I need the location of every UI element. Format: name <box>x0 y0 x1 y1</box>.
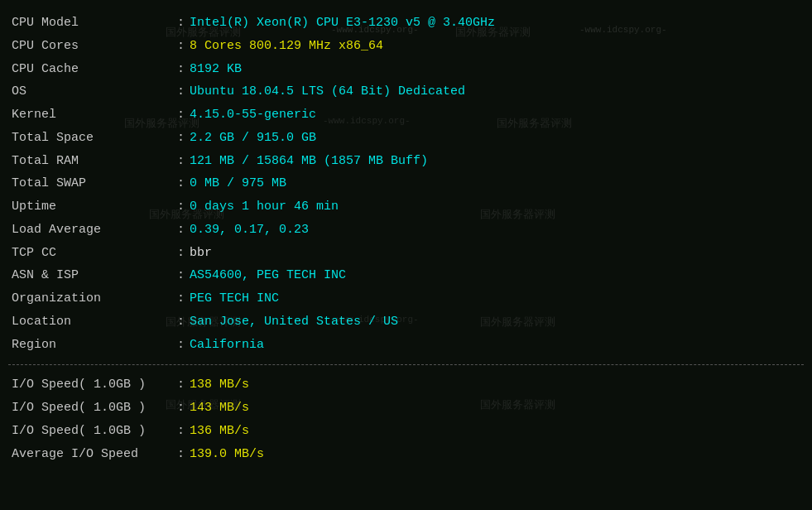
table-row: Total Space : 2.2 GB / 915.0 GB <box>12 127 800 150</box>
system-info-section: CPU Model : Intel(R) Xeon(R) CPU E3-1230… <box>8 7 804 359</box>
row-value: San Jose, United States / US <box>190 310 398 334</box>
row-colon: : <box>177 12 185 35</box>
row-colon: : <box>177 35 185 58</box>
row-value: 0 MB / 975 MB <box>190 172 286 195</box>
table-row: I/O Speed( 1.0GB ) : 136 MB/s <box>12 420 800 443</box>
row-colon: : <box>177 287 185 310</box>
row-value: 4.15.0-55-generic <box>190 103 316 127</box>
row-colon: : <box>177 195 185 219</box>
table-row: TCP CC : bbr <box>12 242 800 265</box>
table-row: Kernel : 4.15.0-55-generic <box>12 103 800 127</box>
row-value: 8192 KB <box>190 58 242 81</box>
row-label: Total Space <box>12 127 177 150</box>
table-row: Total SWAP : 0 MB / 975 MB <box>12 172 800 195</box>
table-row: Location : San Jose, United States / US <box>12 310 800 334</box>
row-colon: : <box>177 219 185 242</box>
row-label: Location <box>12 310 177 334</box>
row-label: Total RAM <box>12 150 177 173</box>
section-divider <box>8 364 804 365</box>
table-row: CPU Model : Intel(R) Xeon(R) CPU E3-1230… <box>12 12 800 35</box>
row-value: bbr <box>190 242 212 265</box>
row-colon: : <box>177 373 185 397</box>
row-colon: : <box>177 264 185 287</box>
table-row: I/O Speed( 1.0GB ) : 138 MB/s <box>12 373 800 397</box>
row-value: 121 MB / 15864 MB (1857 MB Buff) <box>190 150 428 173</box>
row-value: AS54600, PEG TECH INC <box>190 264 346 287</box>
table-row: I/O Speed( 1.0GB ) : 143 MB/s <box>12 397 800 420</box>
row-value: 0.39, 0.17, 0.23 <box>190 219 309 242</box>
row-colon: : <box>177 172 185 195</box>
row-value: 138 MB/s <box>190 373 249 397</box>
table-row: CPU Cores : 8 Cores 800.129 MHz x86_64 <box>12 35 800 58</box>
row-value: Intel(R) Xeon(R) CPU E3-1230 v5 @ 3.40GH… <box>190 12 495 35</box>
row-label: CPU Model <box>12 12 177 35</box>
row-label: Uptime <box>12 195 177 219</box>
row-label: I/O Speed( 1.0GB ) <box>12 420 177 443</box>
row-label: Organization <box>12 287 177 310</box>
row-colon: : <box>177 127 185 150</box>
row-label: Average I/O Speed <box>12 443 177 466</box>
row-value: California <box>190 334 264 357</box>
table-row: Average I/O Speed : 139.0 MB/s <box>12 443 800 466</box>
row-colon: : <box>177 80 185 103</box>
row-value: 8 Cores 800.129 MHz x86_64 <box>190 35 383 58</box>
table-row: ASN & ISP : AS54600, PEG TECH INC <box>12 264 800 287</box>
row-value: 2.2 GB / 915.0 GB <box>190 127 316 150</box>
row-label: ASN & ISP <box>12 264 177 287</box>
row-label: Region <box>12 334 177 357</box>
terminal-window: 国外服务器评测 国外服务器评测 -www.idcspy.org- -www.id… <box>0 0 812 475</box>
row-colon: : <box>177 242 185 265</box>
row-value: 0 days 1 hour 46 min <box>190 195 339 219</box>
table-row: CPU Cache : 8192 KB <box>12 58 800 81</box>
table-row: Region : California <box>12 334 800 357</box>
row-label: OS <box>12 80 177 103</box>
row-colon: : <box>177 150 185 173</box>
table-row: OS : Ubuntu 18.04.5 LTS (64 Bit) Dedicat… <box>12 80 800 103</box>
table-row: Organization : PEG TECH INC <box>12 287 800 310</box>
row-label: TCP CC <box>12 242 177 265</box>
row-label: I/O Speed( 1.0GB ) <box>12 397 177 420</box>
row-colon: : <box>177 397 185 420</box>
row-label: Total SWAP <box>12 172 177 195</box>
row-label: I/O Speed( 1.0GB ) <box>12 373 177 397</box>
io-speed-section: I/O Speed( 1.0GB ) : 138 MB/sI/O Speed( … <box>8 370 804 469</box>
table-row: Load Average : 0.39, 0.17, 0.23 <box>12 219 800 242</box>
row-colon: : <box>177 334 185 357</box>
table-row: Total RAM : 121 MB / 15864 MB (1857 MB B… <box>12 150 800 173</box>
row-label: Kernel <box>12 103 177 127</box>
row-colon: : <box>177 443 185 466</box>
row-label: Load Average <box>12 219 177 242</box>
row-label: CPU Cores <box>12 35 177 58</box>
row-value: 139.0 MB/s <box>190 443 264 466</box>
row-colon: : <box>177 420 185 443</box>
row-colon: : <box>177 103 185 127</box>
table-row: Uptime : 0 days 1 hour 46 min <box>12 195 800 219</box>
row-value: 136 MB/s <box>190 420 249 443</box>
row-value: PEG TECH INC <box>190 287 279 310</box>
row-value: 143 MB/s <box>190 397 249 420</box>
row-label: CPU Cache <box>12 58 177 81</box>
row-value: Ubuntu 18.04.5 LTS (64 Bit) Dedicated <box>190 80 465 103</box>
row-colon: : <box>177 310 185 334</box>
row-colon: : <box>177 58 185 81</box>
